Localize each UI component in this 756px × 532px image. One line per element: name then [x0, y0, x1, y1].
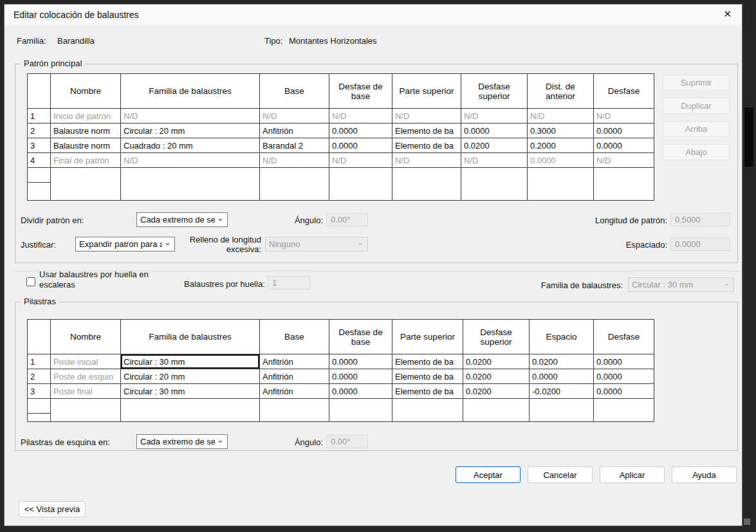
table-cell[interactable]: 0.0000: [329, 124, 392, 138]
row-number[interactable]: 3: [28, 138, 51, 153]
row-number[interactable]: 1: [28, 109, 51, 124]
table-cell[interactable]: 0.0200: [461, 138, 528, 153]
table-cell[interactable]: Poste inicial: [51, 354, 121, 369]
table-cell[interactable]: 0.0000: [329, 369, 392, 384]
tipo-value: Montantes Horizontales: [289, 36, 377, 46]
table-cell[interactable]: Balaustre norm: [51, 124, 121, 138]
table-cell[interactable]: N/D: [461, 109, 528, 124]
table-cell[interactable]: 0.0000: [594, 138, 654, 153]
table-cell[interactable]: N/D: [121, 153, 260, 168]
row-number[interactable]: 4: [28, 153, 51, 168]
table-cell[interactable]: 0.0200: [463, 369, 530, 384]
table-cell[interactable]: 0.0200: [463, 354, 530, 369]
table-cell[interactable]: 0.0000: [594, 354, 654, 369]
column-header[interactable]: Parte superior: [392, 74, 461, 109]
column-header[interactable]: Base: [260, 320, 329, 354]
table-cell[interactable]: N/D: [594, 109, 654, 124]
row-number[interactable]: 1: [28, 354, 51, 369]
table-cell[interactable]: 0.0000: [329, 384, 392, 399]
column-header[interactable]: Desfase superior: [461, 74, 528, 109]
aplicar-button[interactable]: Aplicar: [600, 466, 665, 483]
table-cell[interactable]: Circular : 30 mm: [121, 384, 260, 399]
dividir-patron-select[interactable]: Cada extremo de se ⌄: [136, 212, 228, 227]
table-cell[interactable]: 0.0200: [530, 354, 594, 369]
table-cell[interactable]: Final de patrón: [51, 153, 121, 168]
table-cell[interactable]: 0.0000: [594, 124, 654, 138]
table-cell[interactable]: Elemento de ba: [392, 384, 463, 399]
row-number[interactable]: 3: [28, 384, 51, 399]
table-cell[interactable]: N/D: [121, 109, 260, 124]
usar-balaustres-checkbox[interactable]: [26, 277, 35, 286]
table-cell[interactable]: Poste de esquin: [51, 369, 121, 384]
cancelar-button[interactable]: Cancelar: [528, 466, 593, 483]
table-cell[interactable]: Anfitrión: [260, 124, 329, 138]
table-cell[interactable]: Elemento de ba: [392, 138, 461, 153]
column-header[interactable]: Dist. de anterior: [528, 74, 594, 109]
table-cell[interactable]: N/D: [461, 153, 528, 168]
table-cell[interactable]: 0.0000: [594, 384, 654, 399]
table-cell[interactable]: Circular : 20 mm: [121, 369, 260, 384]
column-header[interactable]: Desfase de base: [329, 320, 392, 354]
table-cell[interactable]: N/D: [392, 109, 461, 124]
table-cell[interactable]: Poste final: [51, 384, 121, 399]
table-cell[interactable]: 0.0000: [329, 138, 392, 153]
table-cell[interactable]: 0.2000: [528, 138, 594, 153]
ayuda-button[interactable]: Ayuda: [672, 466, 737, 483]
column-header[interactable]: Desfase: [594, 74, 654, 109]
close-icon[interactable]: ✕: [723, 9, 732, 19]
longitud-patron-field: 0.5000: [670, 213, 730, 226]
column-header[interactable]: Nombre: [51, 320, 121, 354]
column-header[interactable]: Base: [260, 74, 329, 109]
table-cell[interactable]: N/D: [329, 153, 392, 168]
justificar-select[interactable]: Expandir patrón para a ⌄: [75, 237, 175, 252]
table-cell[interactable]: 0.0200: [463, 384, 530, 399]
table-cell[interactable]: -0.0200: [530, 384, 594, 399]
table-cell[interactable]: N/D: [392, 153, 461, 168]
chevron-down-icon: ⌄: [217, 214, 224, 222]
table-cell[interactable]: 0.0000: [594, 369, 654, 384]
header-row: NombreFamilia de balaustresBaseDesfase d…: [28, 74, 654, 109]
table-cell[interactable]: Anfitrión: [260, 384, 329, 399]
table-cell[interactable]: Circular : 20 mm: [121, 124, 260, 138]
vista-previa-button[interactable]: << Vista previa: [19, 501, 86, 517]
column-header[interactable]: Desfase de base: [329, 74, 392, 109]
aceptar-button[interactable]: Aceptar: [456, 466, 521, 483]
column-header[interactable]: Espacio: [530, 320, 594, 354]
table-cell[interactable]: Elemento de ba: [392, 369, 463, 384]
table-cell[interactable]: 0.0000: [530, 369, 594, 384]
column-header[interactable]: Parte superior: [392, 320, 463, 354]
table-cell[interactable]: Elemento de ba: [392, 124, 461, 138]
table-cell[interactable]: 0.0000: [329, 354, 392, 369]
table-cell[interactable]: Balaustre norm: [51, 138, 121, 153]
row-number[interactable]: 2: [28, 369, 51, 384]
table-cell[interactable]: Barandal 2: [260, 138, 329, 153]
table-cell[interactable]: Circular : 30 mm: [121, 354, 260, 369]
column-header[interactable]: Familia de balaustres: [121, 74, 260, 109]
abajo-button[interactable]: Abajo: [663, 144, 730, 160]
suprimir-button[interactable]: Suprimir: [663, 75, 730, 91]
pilastras-esquina-select[interactable]: Cada extremo de se ⌄: [136, 434, 228, 449]
table-cell[interactable]: N/D: [260, 153, 329, 168]
column-header[interactable]: Familia de balaustres: [121, 320, 260, 354]
arriba-button[interactable]: Arriba: [663, 121, 730, 137]
column-header[interactable]: Desfase superior: [463, 320, 530, 354]
table-cell[interactable]: N/D: [329, 109, 392, 124]
column-header[interactable]: Desfase: [594, 320, 654, 354]
table-cell[interactable]: 0.3000: [528, 124, 594, 138]
table-cell[interactable]: Inicio de patrón: [51, 109, 121, 124]
table-cell[interactable]: N/D: [260, 109, 329, 124]
table-cell[interactable]: 0.0000: [461, 124, 528, 138]
table-cell[interactable]: Anfitrión: [260, 354, 329, 369]
table-cell[interactable]: Anfitrión: [260, 369, 329, 384]
background-scrollbar-thumb[interactable]: [744, 107, 753, 167]
table-cell[interactable]: N/D: [594, 153, 654, 168]
row-number[interactable]: 2: [28, 124, 51, 138]
table-cell[interactable]: 0.0000: [528, 153, 594, 168]
column-header[interactable]: [28, 74, 51, 109]
table-cell[interactable]: Elemento de ba: [392, 354, 463, 369]
column-header[interactable]: Nombre: [51, 74, 121, 109]
table-cell[interactable]: N/D: [528, 109, 594, 124]
table-cell[interactable]: Cuadrado : 20 mm: [121, 138, 260, 153]
column-header[interactable]: [28, 320, 51, 354]
duplicar-button[interactable]: Duplicar: [663, 98, 730, 114]
